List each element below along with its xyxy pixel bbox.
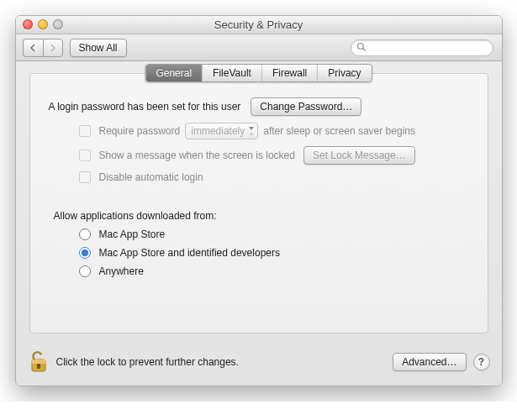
allow-apps-option-1: Mac App Store and identified developers (99, 247, 280, 259)
tab-bar: General FileVault Firewall Privacy (145, 64, 372, 82)
svg-rect-4 (37, 364, 40, 369)
tab-content-general: A login password has been set for this u… (49, 97, 469, 277)
forward-button[interactable] (43, 39, 63, 57)
titlebar: Security & Privacy (16, 16, 502, 34)
search-wrap (351, 39, 493, 56)
allow-apps-label: Allow applications downloaded from: (54, 210, 469, 222)
set-lock-message-button[interactable]: Set Lock Message… (303, 146, 415, 165)
show-message-label: Show a message when the screen is locked (99, 150, 295, 161)
footer: Click the lock to prevent further change… (16, 344, 502, 386)
login-password-text: A login password has been set for this u… (49, 101, 241, 113)
search-icon (356, 42, 367, 52)
tab-filevault[interactable]: FileVault (203, 65, 262, 81)
svg-line-1 (362, 49, 365, 51)
toolbar: Show All (16, 34, 502, 61)
lock-icon[interactable] (28, 350, 50, 374)
zoom-window-button[interactable] (53, 19, 63, 29)
require-password-delay-select-wrap: immediately (185, 123, 258, 139)
search-input[interactable] (351, 39, 493, 56)
change-password-button[interactable]: Change Password… (251, 97, 361, 116)
require-password-delay-select[interactable]: immediately (185, 123, 258, 139)
back-button[interactable] (23, 39, 43, 57)
help-button[interactable]: ? (473, 354, 490, 370)
close-window-button[interactable] (23, 19, 33, 29)
preferences-window: Security & Privacy Show All General File… (15, 15, 503, 386)
tab-privacy[interactable]: Privacy (318, 65, 371, 81)
lock-text: Click the lock to prevent further change… (56, 356, 239, 368)
nav-segment (23, 39, 63, 57)
allow-apps-radio-mas-dev[interactable] (79, 247, 91, 259)
main-panel: General FileVault Firewall Privacy A log… (29, 73, 488, 333)
tab-firewall[interactable]: Firewall (262, 65, 318, 81)
show-all-button[interactable]: Show All (70, 39, 127, 57)
require-password-checkbox[interactable] (79, 125, 91, 137)
svg-point-0 (357, 44, 363, 50)
require-password-after-text: after sleep or screen saver begins (263, 125, 415, 137)
allow-apps-radio-anywhere[interactable] (79, 265, 91, 277)
disable-auto-login-checkbox[interactable] (79, 171, 91, 183)
minimize-window-button[interactable] (38, 19, 48, 29)
allow-apps-option-2: Anywhere (99, 265, 144, 277)
allow-apps-radio-mas[interactable] (79, 228, 91, 240)
svg-rect-3 (32, 360, 45, 364)
disable-auto-login-label: Disable automatic login (99, 171, 203, 183)
tab-general[interactable]: General (145, 65, 203, 81)
advanced-button[interactable]: Advanced… (393, 353, 466, 371)
window-controls (23, 19, 63, 29)
allow-apps-option-0: Mac App Store (99, 228, 166, 240)
show-message-checkbox[interactable] (79, 150, 91, 161)
require-password-label: Require password (99, 125, 181, 137)
panel-area: General FileVault Firewall Privacy A log… (16, 61, 502, 344)
window-title: Security & Privacy (16, 16, 502, 34)
